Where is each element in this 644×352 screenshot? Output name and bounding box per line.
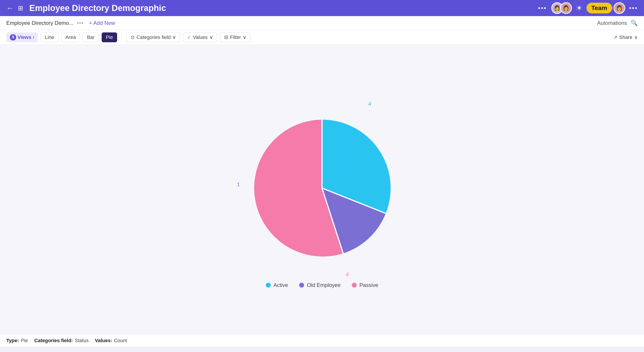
chart-label-passive: 4 xyxy=(346,271,349,278)
footer-categories-label: Categories field: xyxy=(34,338,73,344)
page-title: Employee Directory Demographic xyxy=(29,3,531,13)
header-right: 👩 👩 ☀ Team 👩 ••• xyxy=(551,2,638,14)
legend-item-old-employee: Old Employee xyxy=(299,282,340,288)
legend-item-active: Active xyxy=(266,282,288,288)
chart-type-area[interactable]: Area xyxy=(61,32,80,42)
chart-type-line[interactable]: Line xyxy=(40,32,58,42)
header-menu-button[interactable]: ••• xyxy=(629,4,638,12)
footer-values-label: Values: xyxy=(95,338,112,344)
header: ← ⊞ Employee Directory Demographic ••• 👩… xyxy=(0,0,644,16)
share-button[interactable]: ↗ Share ∨ xyxy=(613,34,638,40)
tab-name: Employee Directory Demo... xyxy=(6,20,74,26)
filter-label: Filter xyxy=(230,34,241,40)
chart-container: 4 1 4 xyxy=(9,54,635,338)
avatar-2: 👩 xyxy=(560,2,572,14)
share-label: Share xyxy=(619,34,632,40)
user-avatar[interactable]: 👩 xyxy=(614,2,625,14)
footer-info: Type: Pie Categories field: Status Value… xyxy=(0,334,644,347)
tab-options-button[interactable]: ••• xyxy=(77,20,84,26)
views-button[interactable]: 9 Views › xyxy=(6,32,38,42)
footer-values-value: Count xyxy=(114,338,127,344)
categories-icon: ⊙ xyxy=(130,34,134,40)
legend-dot-active xyxy=(266,283,271,288)
add-new-button[interactable]: + Add New xyxy=(89,20,115,26)
values-check-icon: ✓ xyxy=(187,35,191,40)
main-content: 4 1 4 xyxy=(0,45,644,347)
categories-field-button[interactable]: ⊙ Categories field ∨ xyxy=(126,32,180,42)
categories-label: Categories field xyxy=(136,34,171,40)
values-chevron-icon: ∨ xyxy=(209,34,213,40)
subheader: Employee Directory Demo... ••• + Add New… xyxy=(0,16,644,30)
legend-dot-old-employee xyxy=(299,283,304,288)
views-count: 9 xyxy=(10,34,16,40)
footer-type-value: Pie xyxy=(21,338,28,344)
legend-label-old-employee: Old Employee xyxy=(307,282,340,288)
values-label: Values xyxy=(193,34,208,40)
chart-type-bar[interactable]: Bar xyxy=(83,32,99,42)
theme-toggle-icon[interactable]: ☀ xyxy=(576,4,582,12)
values-button[interactable]: ✓ Values ∨ xyxy=(183,32,217,42)
divider xyxy=(122,33,122,41)
legend-label-passive: Passive xyxy=(360,282,378,288)
share-icon: ↗ xyxy=(613,34,617,40)
legend-item-passive: Passive xyxy=(352,282,378,288)
views-label: Views xyxy=(18,34,31,40)
team-badge[interactable]: Team xyxy=(586,3,612,13)
share-chevron-icon: ∨ xyxy=(634,34,638,40)
automations-link[interactable]: Automations xyxy=(597,20,627,26)
chart-legend: Active Old Employee Passive xyxy=(266,282,378,288)
legend-dot-passive xyxy=(352,283,357,288)
search-icon[interactable]: 🔍 xyxy=(630,19,638,26)
chart-label-active: 4 xyxy=(368,101,371,107)
views-chevron-icon: › xyxy=(33,34,34,40)
avatar-group: 👩 👩 xyxy=(551,2,572,14)
pie-chart: 4 1 4 xyxy=(246,112,398,264)
pie-svg xyxy=(246,112,398,264)
filter-chevron-icon: ∨ xyxy=(243,34,246,40)
filter-icon: ⊟ xyxy=(224,34,228,40)
categories-chevron-icon: ∨ xyxy=(172,34,176,40)
footer-categories-value: Status xyxy=(74,338,88,344)
page-icon: ⊞ xyxy=(18,4,23,12)
chart-label-old-employee: 1 xyxy=(237,181,240,188)
footer-type-label: Type: xyxy=(6,338,19,344)
back-button[interactable]: ← xyxy=(6,4,14,12)
filter-button[interactable]: ⊟ Filter ∨ xyxy=(220,32,250,42)
toolbar: 9 Views › Line Area Bar Pie ⊙ Categories… xyxy=(0,30,644,45)
chart-type-pie[interactable]: Pie xyxy=(102,32,117,42)
page-options-button[interactable]: ••• xyxy=(538,4,546,12)
legend-label-active: Active xyxy=(274,282,288,288)
